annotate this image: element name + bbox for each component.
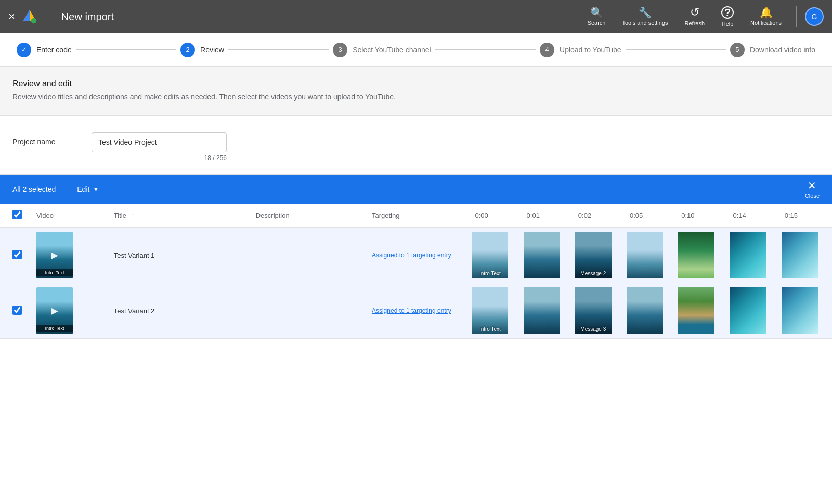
selection-divider [64, 182, 64, 196]
step-2-circle: 2 [180, 43, 195, 57]
timeline-thumb-cell-6 [781, 283, 832, 339]
timeline-thumb-0[interactable]: Intro Text [472, 232, 508, 278]
timeline-thumb-cell-5 [729, 283, 780, 339]
targeting-link[interactable]: Assigned to 1 targeting entry [372, 307, 451, 314]
nav-divider [53, 7, 53, 26]
timeline-thumb-2[interactable]: Message 3 [575, 287, 612, 334]
play-icon: ▶ [51, 305, 58, 316]
step-2[interactable]: 2 Review [176, 43, 228, 57]
close-button[interactable]: × [8, 11, 15, 22]
table-row: ▶Intro TextTest Variant 1Assigned to 1 t… [0, 228, 832, 283]
table-row: ▶Intro TextTest Variant 2Assigned to 1 t… [0, 283, 832, 339]
row-1-checkbox[interactable] [12, 250, 22, 259]
close-x-icon: ✕ [808, 179, 816, 192]
selection-bar: All 2 selected Edit ▼ ✕ Close [0, 175, 832, 204]
help-label: Help [722, 21, 734, 27]
timeline-thumb-6[interactable] [782, 287, 818, 334]
step-1-label: Enter code [36, 46, 72, 54]
timeline-thumb-4[interactable] [678, 287, 714, 334]
table-body: ▶Intro TextTest Variant 1Assigned to 1 t… [0, 228, 832, 339]
row-checkbox-cell [0, 283, 32, 339]
th-t14: 0:14 [729, 204, 780, 228]
timeline-thumb-cell-2: Message 3 [574, 283, 626, 339]
refresh-label: Refresh [685, 20, 705, 26]
timeline-thumb-cell-4 [677, 283, 729, 339]
sort-icon: ↑ [131, 212, 134, 219]
project-name-input[interactable] [92, 132, 227, 152]
video-thumbnail[interactable]: ▶Intro Text [36, 232, 73, 278]
title-cell: Test Variant 1 [110, 228, 252, 283]
timeline-thumb-cell-1 [523, 228, 574, 283]
scene-label: Message 2 [575, 271, 612, 276]
refresh-icon: ↺ [690, 7, 699, 18]
video-thumbnail-cell: ▶Intro Text [32, 283, 110, 339]
timeline-thumb-6[interactable] [782, 232, 818, 278]
selection-count: All 2 selected [12, 185, 56, 193]
timeline-thumb-0[interactable]: Intro Text [472, 287, 508, 334]
targeting-link[interactable]: Assigned to 1 targeting entry [372, 251, 451, 259]
th-t5: 0:05 [626, 204, 677, 228]
th-t0: 0:00 [471, 204, 522, 228]
table-header-row: Video Title ↑ Description Targeting 0:00… [0, 204, 832, 228]
review-description: Review video titles and descriptions and… [12, 92, 820, 101]
step-3[interactable]: 3 Select YouTube channel [329, 43, 435, 57]
targeting-cell: Assigned to 1 targeting entry [368, 283, 471, 339]
row-checkbox-cell [0, 228, 32, 283]
help-icon: ? [721, 6, 734, 19]
close-bar-button[interactable]: ✕ Close [805, 179, 820, 199]
timeline-thumb-cell-1 [523, 283, 574, 339]
help-button[interactable]: ? Help [715, 3, 740, 30]
timeline-thumb-cell-0: Intro Text [471, 283, 522, 339]
close-bar-label: Close [805, 193, 820, 199]
step-5-circle: 5 [730, 43, 745, 57]
project-name-label: Project name [12, 132, 75, 146]
th-description: Description [252, 204, 368, 228]
th-title[interactable]: Title ↑ [110, 204, 252, 228]
step-connector-3 [435, 49, 536, 50]
scene-label: Intro Text [472, 271, 508, 276]
notifications-button[interactable]: 🔔 Notifications [744, 4, 788, 29]
step-4-label: Upload to YouTube [560, 46, 621, 54]
row-2-checkbox[interactable] [12, 306, 22, 315]
video-thumbnail[interactable]: ▶Intro Text [36, 287, 73, 334]
step-3-label: Select YouTube channel [353, 46, 431, 54]
step-3-circle: 3 [333, 43, 347, 57]
tools-button[interactable]: 🔧 Tools and settings [616, 4, 674, 29]
timeline-thumb-2[interactable]: Message 2 [575, 232, 612, 278]
svg-point-0 [31, 18, 37, 24]
timeline-thumb-1[interactable] [524, 232, 560, 278]
th-targeting: Targeting [368, 204, 471, 228]
search-button[interactable]: 🔍 Search [581, 4, 612, 29]
step-2-label: Review [200, 46, 224, 54]
review-title: Review and edit [12, 79, 820, 88]
refresh-button[interactable]: ↺ Refresh [679, 4, 711, 30]
select-all-checkbox[interactable] [12, 210, 22, 219]
timeline-thumb-4[interactable] [678, 232, 714, 278]
char-count: 18 / 256 [92, 154, 227, 162]
step-connector-2 [228, 49, 329, 50]
timeline-thumb-3[interactable] [627, 287, 663, 334]
step-1-circle: ✓ [17, 43, 31, 57]
step-4[interactable]: 4 Upload to YouTube [536, 43, 626, 57]
tools-label: Tools and settings [622, 20, 668, 26]
review-section: Review and edit Review video titles and … [0, 67, 832, 116]
project-name-field-wrap: 18 / 256 [92, 132, 227, 162]
search-icon: 🔍 [590, 7, 603, 18]
timeline-thumb-5[interactable] [730, 232, 766, 278]
notifications-label: Notifications [750, 20, 782, 26]
step-5[interactable]: 5 Download video info [726, 43, 820, 57]
timeline-thumb-cell-5 [729, 228, 780, 283]
user-avatar[interactable]: G [805, 7, 824, 26]
timeline-thumb-5[interactable] [730, 287, 766, 334]
step-1[interactable]: ✓ Enter code [12, 43, 76, 57]
top-nav: × New import 🔍 Search 🔧 Tools and settin… [0, 0, 832, 33]
scene-label: Message 3 [575, 326, 612, 332]
timeline-thumb-1[interactable] [524, 287, 560, 334]
timeline-thumb-cell-6 [781, 228, 832, 283]
timeline-thumb-cell-3 [626, 283, 677, 339]
th-t2: 0:02 [574, 204, 626, 228]
edit-button[interactable]: Edit ▼ [73, 182, 103, 196]
description-cell [252, 283, 368, 339]
timeline-thumb-3[interactable] [627, 232, 663, 278]
step-5-label: Download video info [750, 46, 815, 54]
